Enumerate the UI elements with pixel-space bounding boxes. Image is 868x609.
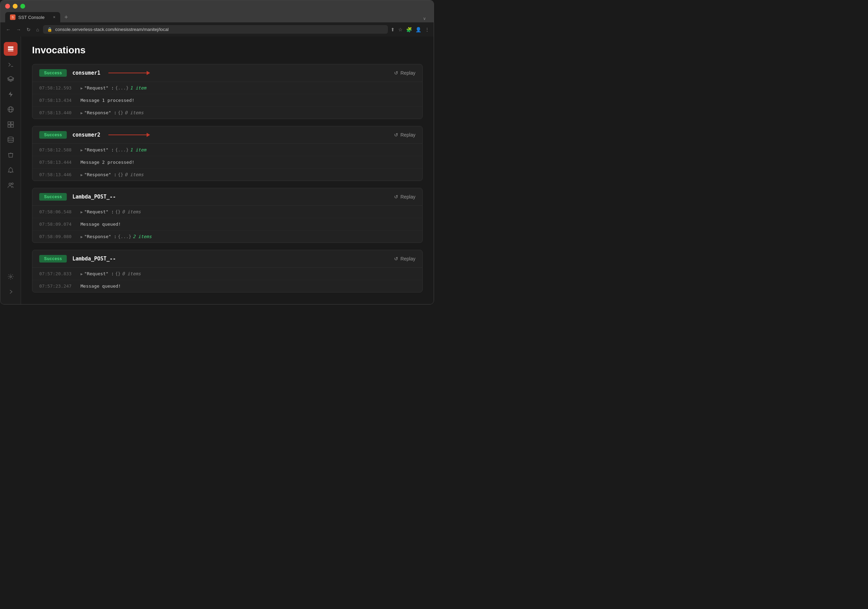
log-key: "Request" : <box>84 271 114 276</box>
log-timestamp: 07:58:12.588 <box>39 147 74 152</box>
expand-icon[interactable]: ▶ <box>81 86 83 90</box>
sidebar-item-expand[interactable] <box>4 285 17 299</box>
menu-icon[interactable]: ⋮ <box>425 27 429 33</box>
expand-icon[interactable]: ▶ <box>81 148 83 152</box>
consumer-name: Lambda_POST_-- <box>72 194 116 200</box>
reload-button[interactable]: ↻ <box>25 26 32 33</box>
tab-label: SST Console <box>18 15 44 20</box>
log-content: Message 2 processed! <box>81 160 135 165</box>
log-items: 1 item <box>130 147 146 152</box>
log-message: Message 1 processed! <box>81 98 135 103</box>
log-timestamp: 07:57:23.247 <box>39 284 74 289</box>
invocation-card: Success Lambda_POST_-- ↺ Replay 07:57:20… <box>32 250 423 293</box>
replay-icon: ↺ <box>394 132 398 138</box>
status-badge: Success <box>39 131 67 139</box>
log-row: 07:58:06.548 ▶ "Request" : {} 0 items <box>33 206 422 218</box>
consumer-name: consumer1 <box>72 70 100 76</box>
extensions-icon[interactable]: 🧩 <box>406 27 412 33</box>
log-timestamp: 07:58:12.593 <box>39 85 74 90</box>
close-button[interactable] <box>5 4 10 9</box>
expand-icon[interactable]: ▶ <box>81 173 83 177</box>
log-items: 0 items <box>125 172 144 177</box>
replay-button[interactable]: ↺ Replay <box>394 70 415 76</box>
expand-icon[interactable]: ▶ <box>81 235 83 239</box>
log-content: ▶ "Request" : {} 0 items <box>81 209 141 214</box>
log-timestamp: 07:58:13.444 <box>39 160 74 165</box>
log-timestamp: 07:58:13.440 <box>39 110 74 115</box>
sidebar-item-server[interactable] <box>4 42 17 56</box>
sidebar-item-database[interactable] <box>4 133 17 147</box>
tabs-expand-button[interactable]: ∨ <box>420 15 429 22</box>
log-timestamp: 07:58:13.446 <box>39 172 74 177</box>
log-row: 07:58:12.588 ▶ "Request" : {...} 1 item <box>33 144 422 156</box>
svg-rect-10 <box>11 122 14 124</box>
replay-icon: ↺ <box>394 256 398 262</box>
log-row: 07:58:09.080 ▶ "Response" : {...} 2 item… <box>33 231 422 243</box>
sidebar-item-layers[interactable] <box>4 72 17 86</box>
sidebar-item-alerts[interactable] <box>4 163 17 177</box>
replay-label: Replay <box>400 132 415 138</box>
replay-button[interactable]: ↺ Replay <box>394 256 415 262</box>
log-brace: {...} <box>115 85 129 90</box>
replay-button[interactable]: ↺ Replay <box>394 194 415 200</box>
title-bar: S SST Console × + ∨ <box>0 0 434 22</box>
log-timestamp: 07:58:09.080 <box>39 234 74 239</box>
address-text: console.serverless-stack.com/kinesisstre… <box>55 27 168 32</box>
invocation-header: Success Lambda_POST_-- ↺ Replay <box>33 250 422 268</box>
log-items: 2 items <box>133 234 152 239</box>
invocation-card: Success consumer1 ↺ Replay 07:58:12.593 <box>32 64 423 119</box>
tab-close-button[interactable]: × <box>53 15 56 20</box>
consumer-name: Lambda_POST_-- <box>72 256 116 262</box>
sidebar-item-grid[interactable] <box>4 118 17 132</box>
invocation-header: Success Lambda_POST_-- ↺ Replay <box>33 188 422 206</box>
svg-rect-0 <box>8 46 14 48</box>
new-tab-button[interactable]: + <box>61 12 71 22</box>
profile-icon[interactable]: 👤 <box>415 27 421 33</box>
share-icon[interactable]: ⬆ <box>391 27 395 33</box>
sidebar-item-bucket[interactable] <box>4 148 17 162</box>
log-row: 07:57:23.247 Message queued! <box>33 280 422 292</box>
expand-icon[interactable]: ▶ <box>81 210 83 214</box>
expand-icon[interactable]: ▶ <box>81 111 83 115</box>
sidebar-item-settings[interactable] <box>4 270 17 284</box>
browser-tab[interactable]: S SST Console × <box>5 12 60 22</box>
home-button[interactable]: ⌂ <box>35 26 40 33</box>
svg-rect-2 <box>8 51 14 51</box>
arrow-annotation <box>108 73 150 73</box>
svg-point-13 <box>8 137 14 139</box>
minimize-button[interactable] <box>13 4 17 9</box>
svg-rect-12 <box>11 125 14 127</box>
svg-rect-9 <box>8 122 10 124</box>
log-brace: {} <box>118 110 124 115</box>
bookmark-icon[interactable]: ☆ <box>398 27 403 33</box>
log-brace: {} <box>115 271 121 276</box>
log-items: 0 items <box>122 209 141 214</box>
forward-button[interactable]: → <box>15 26 22 33</box>
status-badge: Success <box>39 69 67 77</box>
log-items: 1 item <box>130 85 146 90</box>
arrow-annotation <box>108 135 150 135</box>
status-badge: Success <box>39 255 67 262</box>
sidebar-item-lightning[interactable] <box>4 87 17 101</box>
address-bar[interactable]: 🔒 console.serverless-stack.com/kinesisst… <box>43 25 388 34</box>
back-button[interactable]: ← <box>5 26 12 33</box>
log-brace: {...} <box>118 234 132 239</box>
sidebar-item-users[interactable] <box>4 178 17 192</box>
log-row: 07:58:13.446 ▶ "Response" : {} 0 items <box>33 169 422 181</box>
sidebar-item-terminal[interactable] <box>4 57 17 71</box>
sidebar <box>0 36 21 304</box>
log-content: ▶ "Response" : {} 0 items <box>81 110 144 115</box>
svg-marker-5 <box>9 91 13 97</box>
maximize-button[interactable] <box>20 4 25 9</box>
replay-label: Replay <box>400 256 415 262</box>
log-content: ▶ "Request" : {} 0 items <box>81 271 141 276</box>
log-brace: {} <box>115 209 121 214</box>
log-content: Message 1 processed! <box>81 98 135 103</box>
tab-favicon: S <box>10 14 16 20</box>
expand-icon[interactable]: ▶ <box>81 272 83 276</box>
log-content: ▶ "Response" : {...} 2 items <box>81 234 152 239</box>
replay-button[interactable]: ↺ Replay <box>394 132 415 138</box>
app-layout: Invocations Success consumer1 ↺ Replay <box>0 36 434 304</box>
sidebar-item-globe[interactable] <box>4 102 17 116</box>
log-timestamp: 07:58:06.548 <box>39 209 74 214</box>
